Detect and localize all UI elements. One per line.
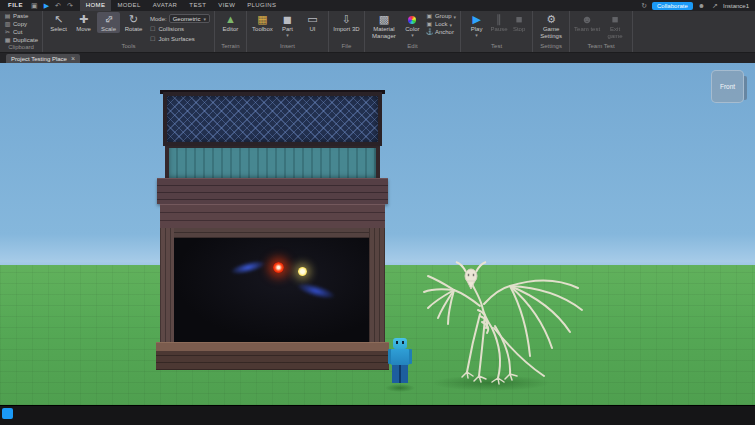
ribbon-group-edit: ▩ Material Manager Color ▾ ▣ Group ▾ ▣ <box>365 11 461 52</box>
play-icon: ▶ <box>472 13 480 26</box>
ribbon-group-team-test: ☻ Team test ■ Exit game Team Test <box>570 11 633 52</box>
scene-blue-wisp-right[interactable] <box>295 280 337 303</box>
building-teal-planks[interactable] <box>165 146 380 180</box>
copy-label: Copy <box>13 21 27 28</box>
sync-icon[interactable]: ↻ <box>639 0 649 11</box>
toolbox-icon: ▦ <box>257 13 267 26</box>
tab-avatar[interactable]: AVATAR <box>147 0 184 11</box>
user-icon[interactable]: ☻ <box>696 0 707 11</box>
stop-icon: ■ <box>516 13 523 26</box>
file-menu-button[interactable]: FILE <box>4 0 27 11</box>
building-floor-sill[interactable] <box>156 342 389 370</box>
duplicate-label: Duplicate <box>13 37 38 44</box>
building-lower-section[interactable] <box>160 228 385 342</box>
redo-icon[interactable]: ↷ <box>65 0 75 11</box>
building-wood-band-upper[interactable] <box>157 178 388 204</box>
viewport-3d[interactable]: Front <box>0 63 755 405</box>
lock-label: Lock <box>435 21 448 28</box>
save-icon[interactable]: ▣ <box>29 0 40 11</box>
import-3d-button[interactable]: ⇩ Import 3D <box>333 12 360 33</box>
stop-label: Stop <box>513 26 525 33</box>
collaborate-button[interactable]: Collaborate <box>652 2 693 10</box>
character-eye <box>402 341 404 344</box>
lock-icon: ▣ <box>426 21 433 28</box>
join-surfaces-checkbox[interactable]: ☐ Join Surfaces <box>150 35 210 43</box>
view-cube[interactable]: Front <box>711 70 744 103</box>
move-icon: ✚ <box>79 13 88 26</box>
chevron-down-icon: ▾ <box>411 33 414 37</box>
building-interior[interactable] <box>174 238 369 342</box>
building-diamondplate-panel[interactable] <box>163 92 382 146</box>
game-settings-button[interactable]: ⚙ Game Settings <box>537 12 565 39</box>
scale-tool-button[interactable]: ⇕ Scale <box>97 12 120 33</box>
ui-button[interactable]: ▭ UI <box>301 12 324 33</box>
section-label-file: File <box>333 43 360 52</box>
rotate-tool-button[interactable]: ↻ Rotate <box>122 12 145 33</box>
group-icon: ▣ <box>426 13 433 20</box>
tab-plugins[interactable]: PLUGINS <box>241 0 282 11</box>
gear-icon: ⚙ <box>546 13 556 26</box>
play-quick-icon[interactable]: ▶ <box>42 0 51 11</box>
tab-test[interactable]: TEST <box>183 0 212 11</box>
material-manager-label: Material Manager <box>369 26 399 39</box>
view-cube-side-face <box>744 76 747 100</box>
part-button[interactable]: ◼ Part ▾ <box>276 12 299 37</box>
import-3d-icon: ⇩ <box>342 13 351 26</box>
collisions-checkbox[interactable]: ☐ Collisions <box>150 25 210 33</box>
paste-icon: ▤ <box>4 13 11 20</box>
team-test-icon: ☻ <box>581 13 593 26</box>
tab-model[interactable]: MODEL <box>111 0 146 11</box>
pause-button: ∥ Pause <box>490 12 508 33</box>
group-label: Group <box>435 13 452 20</box>
material-manager-button[interactable]: ▩ Material Manager <box>369 12 399 39</box>
scene-building[interactable] <box>160 90 385 398</box>
lock-button[interactable]: ▣ Lock ▾ <box>426 21 456 28</box>
color-icon <box>408 16 416 24</box>
section-label-clipboard: Clipboard <box>4 44 38 53</box>
anchor-button[interactable]: ⚓ Anchor <box>426 29 456 36</box>
rotate-icon: ↻ <box>129 13 138 26</box>
group-button[interactable]: ▣ Group ▾ <box>426 13 456 20</box>
undo-icon[interactable]: ↶ <box>53 0 63 11</box>
tab-view[interactable]: VIEW <box>212 0 241 11</box>
copy-button[interactable]: ▥ Copy <box>4 21 27 28</box>
copy-icon: ▥ <box>4 21 11 28</box>
scene-blue-wisp-left[interactable] <box>229 258 267 277</box>
cut-label: Cut <box>13 29 22 36</box>
checkbox-icon: ☐ <box>150 25 155 33</box>
ribbon-group-tools: ↖ Select ✚ Move ⇕ Scale ↻ Rotate Mo <box>43 11 215 52</box>
tab-home[interactable]: HOME <box>80 0 112 11</box>
select-tool-button[interactable]: ↖ Select <box>47 12 70 33</box>
play-button[interactable]: ▶ Play ▾ <box>465 12 488 37</box>
color-button[interactable]: Color ▾ <box>401 12 424 37</box>
section-label-settings: Settings <box>537 43 565 52</box>
cut-button[interactable]: ✂ Cut <box>4 29 22 36</box>
move-label: Move <box>76 26 91 33</box>
title-bar: FILE ▣ ▶ ↶ ↷ HOME MODEL AVATAR TEST VIEW… <box>0 0 755 11</box>
scene-yellow-orb[interactable] <box>298 267 307 276</box>
paste-button[interactable]: ▤ Paste <box>4 13 28 20</box>
building-floor-front <box>156 351 389 370</box>
scene-blue-character[interactable] <box>388 336 412 396</box>
scene-skeleton-dragon[interactable] <box>420 260 590 395</box>
duplicate-button[interactable]: ▦ Duplicate <box>4 37 38 44</box>
toolbox-button[interactable]: ▦ Toolbox <box>251 12 274 33</box>
scene-red-orb[interactable] <box>273 262 284 273</box>
mode-dropdown[interactable]: Geometric ▾ <box>169 14 210 23</box>
pause-label: Pause <box>491 26 508 33</box>
close-icon[interactable]: × <box>71 55 75 62</box>
pause-icon: ∥ <box>496 13 502 26</box>
scale-icon: ⇕ <box>101 12 117 28</box>
building-post-right <box>369 228 385 342</box>
building-wood-band-lower[interactable] <box>160 204 385 228</box>
game-settings-label: Game Settings <box>537 26 565 39</box>
status-bar-app-icon[interactable] <box>2 408 13 419</box>
document-tab-active[interactable]: Project Testing Place × <box>6 54 80 63</box>
character-shadow <box>385 384 415 392</box>
view-cube-label: Front <box>720 83 735 90</box>
duplicate-icon: ▦ <box>4 37 11 44</box>
terrain-editor-button[interactable]: ▲ Editor <box>219 12 242 33</box>
mode-options: Mode: Geometric ▾ ☐ Collisions ☐ Join Su… <box>147 12 210 43</box>
move-tool-button[interactable]: ✚ Move <box>72 12 95 33</box>
share-icon[interactable]: ↗ <box>710 0 720 11</box>
